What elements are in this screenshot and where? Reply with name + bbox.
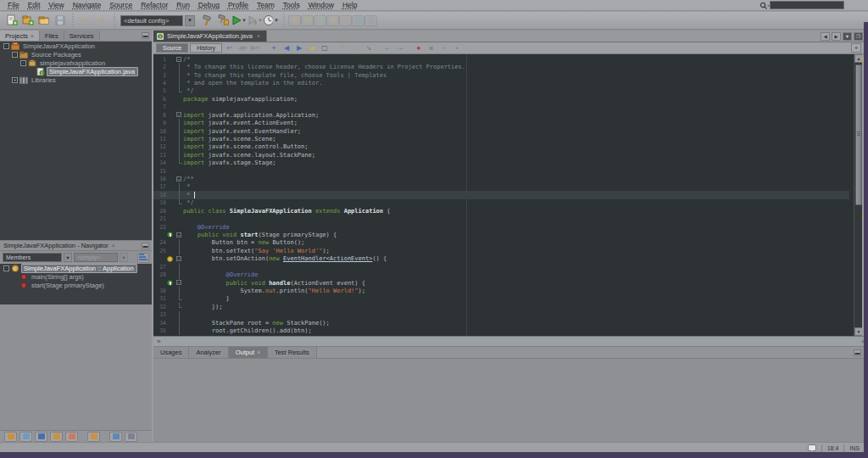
code-line-29[interactable]: − public void handle(ActionEvent event) … bbox=[153, 279, 849, 287]
chevron-down-icon[interactable]: ▼ bbox=[64, 253, 72, 262]
profiler-tool-button-3[interactable] bbox=[314, 15, 326, 26]
navigator-tree-item[interactable]: main(String[] args) bbox=[0, 272, 152, 281]
navigator-filter-select[interactable]: <empty> bbox=[74, 253, 118, 262]
tab-projects[interactable]: Projects× bbox=[0, 31, 40, 41]
code-line-21[interactable]: 21 bbox=[153, 215, 849, 222]
code-line-32[interactable]: 32 }); bbox=[153, 303, 849, 310]
collapse-icon[interactable]: - bbox=[3, 265, 9, 271]
code-fold-icon[interactable]: − bbox=[175, 111, 183, 119]
connect-icon[interactable] bbox=[109, 432, 122, 442]
profiler-tool-button-4[interactable] bbox=[326, 15, 339, 26]
code-line-30[interactable]: 30 System.out.println("Hello World!"); bbox=[153, 287, 849, 294]
tab-files[interactable]: Files bbox=[40, 31, 64, 41]
start-macro-icon[interactable]: ● bbox=[413, 43, 425, 53]
cursor-icon[interactable] bbox=[35, 432, 47, 442]
navigator-close-icon[interactable]: × bbox=[112, 243, 115, 249]
designer-icon[interactable] bbox=[87, 432, 100, 442]
inspector-icon[interactable] bbox=[19, 432, 32, 442]
code-line-16[interactable]: 16−/** bbox=[153, 175, 849, 182]
code-line-2[interactable]: 2 * To change this license header, choos… bbox=[153, 63, 849, 70]
code-line-3[interactable]: 3 * To change this template file, choose… bbox=[153, 71, 849, 79]
close-icon[interactable]: × bbox=[31, 33, 34, 39]
code-fold-icon[interactable]: − bbox=[175, 231, 183, 238]
menu-window[interactable]: Window bbox=[304, 1, 338, 9]
undo-button[interactable]: ↶ bbox=[77, 14, 93, 28]
toolbox-icon[interactable] bbox=[50, 432, 63, 442]
profiler-tool-button-2[interactable] bbox=[301, 15, 314, 26]
redo-button[interactable]: ↷ bbox=[93, 14, 109, 28]
open-project-button[interactable] bbox=[36, 14, 52, 28]
shift-left-icon[interactable]: ← bbox=[381, 43, 393, 53]
new-file-button[interactable] bbox=[3, 14, 19, 28]
code-editor[interactable]: 1−/*2 * To change this license header, c… bbox=[153, 54, 868, 336]
code-line-18[interactable]: 18 * bbox=[153, 191, 849, 198]
project-tree-item[interactable]: -simplejavafxapplication bbox=[0, 59, 152, 67]
save-all-button[interactable] bbox=[52, 14, 68, 28]
scroll-tabs-left-icon[interactable]: ◀ bbox=[821, 32, 830, 41]
profiler-tool-button-7[interactable] bbox=[364, 15, 377, 26]
uncomment-icon[interactable]: ▪ bbox=[451, 43, 463, 53]
code-line-22[interactable]: 22 @Override bbox=[153, 223, 849, 231]
shift-right-icon[interactable]: → bbox=[394, 43, 406, 53]
code-line-34[interactable]: 34 StackPane root = new StackPane(); bbox=[153, 319, 849, 327]
code-line-13[interactable]: 13import javafx.scene.layout.StackPane; bbox=[153, 151, 849, 159]
collapse-icon[interactable]: - bbox=[12, 52, 18, 58]
comment-icon[interactable]: ▪ bbox=[438, 43, 450, 53]
code-line-27[interactable]: 27 bbox=[153, 263, 849, 271]
close-icon[interactable]: × bbox=[257, 33, 260, 39]
tab-analyzer[interactable]: Analyzer bbox=[189, 347, 228, 358]
navigator-tree-item[interactable]: -CSimpleJavaFXApplication :: Application bbox=[0, 264, 152, 272]
next-bookmark-icon[interactable]: ↓ bbox=[350, 43, 362, 53]
rectangular-selection-icon[interactable]: ▢ bbox=[319, 43, 331, 53]
profiler-tool-button-6[interactable] bbox=[352, 15, 364, 26]
chevron-down-icon[interactable]: ▼ bbox=[120, 253, 128, 262]
previous-bookmark-icon[interactable]: ↑ bbox=[337, 43, 349, 53]
menu-profile[interactable]: Profile bbox=[224, 1, 253, 9]
run-project-button[interactable]: ▼ bbox=[231, 14, 247, 28]
stop-macro-icon[interactable]: ■ bbox=[426, 43, 437, 53]
code-line-9[interactable]: 9import javafx.event.ActionEvent; bbox=[153, 119, 849, 126]
tab-list-icon[interactable]: ▼ bbox=[843, 32, 852, 41]
menu-view[interactable]: View bbox=[44, 1, 68, 9]
toggle-highlight-icon[interactable]: ▰ bbox=[306, 43, 318, 53]
find-selection-icon[interactable]: ⌖ bbox=[268, 43, 280, 53]
slider-icon[interactable] bbox=[125, 432, 137, 442]
code-line-5[interactable]: 5 */ bbox=[153, 87, 849, 95]
tab-services[interactable]: Services bbox=[64, 31, 100, 41]
code-line-10[interactable]: 10import javafx.event.EventHandler; bbox=[153, 127, 849, 135]
menu-tools[interactable]: Tools bbox=[279, 1, 304, 9]
search-icon[interactable] bbox=[759, 2, 770, 10]
code-fold-icon[interactable]: − bbox=[175, 175, 183, 182]
clean-build-project-button[interactable] bbox=[214, 14, 231, 28]
project-tree-item[interactable]: JSimpleJavaFXApplication.java bbox=[0, 67, 152, 75]
minimize-bottom-panel-icon[interactable]: ▬ bbox=[854, 349, 861, 356]
code-fold-icon[interactable]: − bbox=[175, 255, 183, 263]
view-source-button[interactable]: Source bbox=[156, 43, 188, 53]
tab-output[interactable]: Output× bbox=[229, 347, 268, 358]
menu-debug[interactable]: Debug bbox=[194, 1, 224, 9]
code-line-26[interactable]: − btn.setOnAction(new EventHandler<Actio… bbox=[153, 255, 849, 263]
menu-help[interactable]: Help bbox=[338, 1, 361, 9]
breadcrumb-chevron-icon[interactable]: » bbox=[157, 338, 160, 345]
minimize-panel-icon[interactable]: ▬ bbox=[142, 32, 149, 39]
navigator-members-select[interactable]: Members bbox=[3, 253, 62, 262]
code-line-25[interactable]: 25 btn.setText("Say 'Hello World'"); bbox=[153, 247, 849, 254]
code-line-12[interactable]: 12import javafx.scene.control.Button; bbox=[153, 143, 849, 151]
navigator-tree-item[interactable]: start(Stage primaryStage) bbox=[0, 281, 152, 289]
code-line-31[interactable]: 31 } bbox=[153, 295, 849, 303]
editor-vertical-scrollbar[interactable]: ▲ ▼ bbox=[854, 54, 862, 336]
code-line-35[interactable]: 35 root.getChildren().add(btn); bbox=[153, 327, 849, 334]
notifications-icon[interactable] bbox=[808, 444, 816, 451]
menu-file[interactable]: File bbox=[3, 1, 24, 9]
menu-run[interactable]: Run bbox=[172, 1, 194, 9]
split-editor-icon[interactable]: + bbox=[851, 43, 861, 53]
expand-icon[interactable]: + bbox=[12, 77, 18, 83]
code-line-33[interactable]: 33 bbox=[153, 311, 849, 319]
config-select[interactable]: <default config> bbox=[120, 15, 183, 26]
menu-navigate[interactable]: Navigate bbox=[69, 1, 106, 9]
profile-project-button[interactable]: ▼ bbox=[263, 14, 279, 28]
code-line-8[interactable]: 8−import javafx.application.Application; bbox=[153, 111, 849, 119]
collapse-icon[interactable]: - bbox=[3, 43, 9, 49]
collapse-icon[interactable]: - bbox=[20, 60, 26, 66]
component-icon[interactable] bbox=[65, 432, 78, 442]
